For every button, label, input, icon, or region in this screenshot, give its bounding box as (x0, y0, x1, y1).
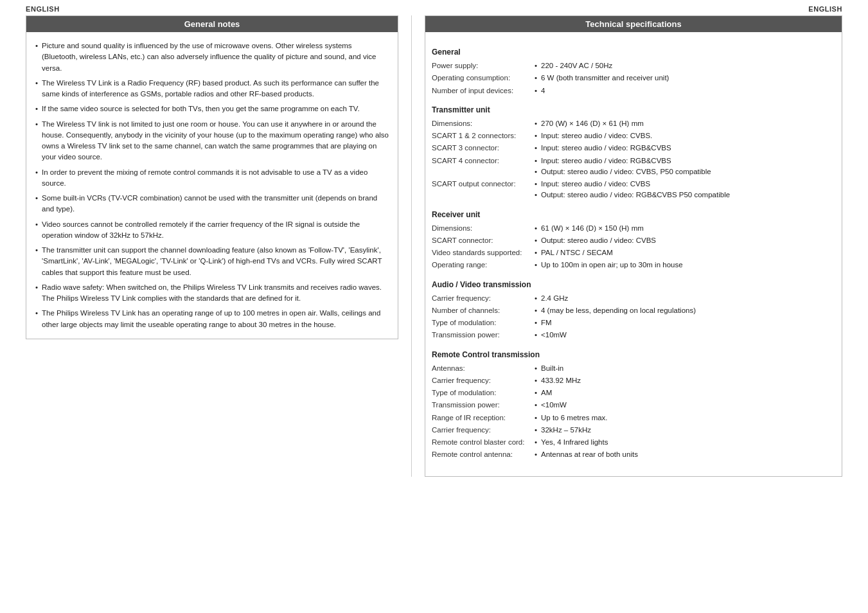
specs-row: Video standards supported:PAL / NTSC / S… (432, 247, 835, 258)
specs-value-item: 32kHz – 57kHz (535, 425, 835, 436)
note-item: Video sources cannot be controlled remot… (35, 217, 389, 244)
specs-row: Number of input devices:4 (432, 85, 835, 96)
specs-row: Operating consumption:6 W (both transmit… (432, 73, 835, 84)
specs-label: Remote control antenna: (432, 449, 535, 460)
specs-value: Up to 100m in open air; up to 30m in hou… (535, 260, 835, 271)
left-column: General notes Picture and sound quality … (13, 15, 411, 477)
specs-row: Transmission power:<10mW (432, 330, 835, 341)
specs-value-item: 6 W (both transmitter and receiver unit) (535, 73, 835, 84)
specs-label: SCART 4 connector: (432, 155, 535, 178)
specs-value: Input: stereo audio / video: RGB&CVBS (535, 143, 835, 154)
specs-row: SCART 3 connector:Input: stereo audio / … (432, 143, 835, 154)
note-item: The Wireless TV Link is a Radio Frequenc… (35, 76, 389, 102)
specs-value-item: AM (535, 387, 835, 398)
specs-label: Dimensions: (432, 118, 535, 129)
specs-row: Remote control antenna:Antennas at rear … (432, 449, 835, 460)
specs-label: Carrier frequency: (432, 375, 535, 386)
specs-value-item: Input: stereo audio / video: RGB&CVBS (535, 155, 835, 166)
specs-label: Type of modulation: (432, 317, 535, 328)
specs-value: 61 (W) × 146 (D) × 150 (H) mm (535, 223, 835, 234)
right-column: Technical specifications GeneralPower su… (411, 15, 855, 477)
specs-value: 2.4 GHz (535, 293, 835, 304)
specs-label: Video standards supported: (432, 247, 535, 258)
specs-section: Receiver unitDimensions:61 (W) × 146 (D)… (432, 210, 835, 271)
specs-row: Dimensions:61 (W) × 146 (D) × 150 (H) mm (432, 223, 835, 234)
specs-label: Operating range: (432, 260, 535, 271)
specs-label: Range of IR reception: (432, 413, 535, 423)
specs-value-item: 2.4 GHz (535, 293, 835, 304)
general-notes-box: General notes Picture and sound quality … (26, 15, 398, 339)
specs-label: Carrier frequency: (432, 425, 535, 436)
specs-label: Carrier frequency: (432, 293, 535, 304)
specs-label: Number of input devices: (432, 85, 535, 96)
specs-row: Carrier frequency:2.4 GHz (432, 293, 835, 304)
specs-value: 4 (535, 85, 835, 96)
specs-row: Carrier frequency:32kHz – 57kHz (432, 425, 835, 436)
specs-value-item: Input: stereo audio / video: CVBS (535, 179, 835, 190)
specs-value-item: 4 (may be less, depending on local regul… (535, 305, 835, 316)
specs-value-item: Output: stereo audio / video: RGB&CVBS P… (535, 190, 835, 200)
specs-row: SCART 4 connector:Input: stereo audio / … (432, 155, 835, 178)
specs-value: Input: stereo audio / video: RGB&CVBSOut… (535, 155, 835, 178)
specs-value: PAL / NTSC / SECAM (535, 247, 835, 258)
general-notes-content: Picture and sound quality is influenced … (26, 32, 398, 339)
specs-row: Type of modulation:AM (432, 387, 835, 398)
specs-section: GeneralPower supply:220 - 240V AC / 50Hz… (432, 48, 835, 96)
specs-row: Carrier frequency:433.92 MHz (432, 375, 835, 386)
specs-value: 6 W (both transmitter and receiver unit) (535, 73, 835, 84)
header-right: ENGLISH (808, 5, 842, 13)
specs-value: <10mW (535, 400, 835, 411)
specs-label: SCART 3 connector: (432, 143, 535, 154)
specs-label: SCART connector: (432, 235, 535, 246)
specs-value: Input: stereo audio / video: CVBS. (535, 130, 835, 141)
specs-row: SCART connector:Output: stereo audio / v… (432, 235, 835, 246)
specs-category-title: Receiver unit (432, 210, 835, 219)
note-item: The transmitter unit can support the cha… (35, 243, 389, 280)
specs-value: Input: stereo audio / video: CVBSOutput:… (535, 179, 835, 201)
specs-value-item: <10mW (535, 400, 835, 411)
specs-row: SCART output connector:Input: stereo aud… (432, 179, 835, 201)
specs-value-item: Built-in (535, 363, 835, 374)
tech-specs-title: Technical specifications (425, 16, 842, 32)
specs-value-item: Antennas at rear of both units (535, 449, 835, 460)
note-item: Radio wave safety: When switched on, the… (35, 280, 389, 306)
specs-value: Output: stereo audio / video: CVBS (535, 235, 835, 246)
note-item: Picture and sound quality is influenced … (35, 39, 389, 76)
specs-label: Power supply: (432, 60, 535, 71)
note-item: Some built-in VCRs (TV-VCR combination) … (35, 191, 389, 217)
specs-label: Type of modulation: (432, 387, 535, 398)
specs-label: Transmission power: (432, 330, 535, 341)
specs-label: Number of channels: (432, 305, 535, 316)
specs-row: Number of channels:4 (may be less, depen… (432, 305, 835, 316)
specs-value: 220 - 240V AC / 50Hz (535, 60, 835, 71)
specs-value-item: 4 (535, 85, 835, 96)
specs-value-item: <10mW (535, 330, 835, 341)
specs-value: Antennas at rear of both units (535, 449, 835, 460)
specs-value: Yes, 4 Infrared lights (535, 437, 835, 448)
general-notes-list: Picture and sound quality is influenced … (35, 39, 389, 332)
main-content: General notes Picture and sound quality … (0, 15, 868, 490)
specs-value-item: Output: stereo audio / video: CVBS, P50 … (535, 166, 835, 177)
specs-row: Power supply:220 - 240V AC / 50Hz (432, 60, 835, 71)
specs-value-item: 61 (W) × 146 (D) × 150 (H) mm (535, 223, 835, 234)
specs-value: <10mW (535, 330, 835, 341)
specs-row: Type of modulation:FM (432, 317, 835, 328)
specs-value-item: Yes, 4 Infrared lights (535, 437, 835, 448)
specs-category-title: Transmitter unit (432, 105, 835, 114)
specs-value-item: Input: stereo audio / video: CVBS. (535, 130, 835, 141)
specs-value-item: 270 (W) × 146 (D) × 61 (H) mm (535, 118, 835, 129)
specs-row: Remote control blaster cord:Yes, 4 Infra… (432, 437, 835, 448)
specs-value: FM (535, 317, 835, 328)
specs-row: Antennas:Built-in (432, 363, 835, 374)
specs-value: 433.92 MHz (535, 375, 835, 386)
specs-row: Operating range:Up to 100m in open air; … (432, 260, 835, 271)
note-item: The Philips Wireless TV Link has an oper… (35, 306, 389, 332)
note-item: In order to prevent the mixing of remote… (35, 165, 389, 191)
note-item: If the same video source is selected for… (35, 102, 389, 116)
specs-value-item: PAL / NTSC / SECAM (535, 247, 835, 258)
specs-value: 270 (W) × 146 (D) × 61 (H) mm (535, 118, 835, 129)
specs-value: AM (535, 387, 835, 398)
specs-category-title: Audio / Video transmission (432, 280, 835, 289)
specs-section: Transmitter unitDimensions:270 (W) × 146… (432, 105, 835, 201)
specs-value-item: Up to 100m in open air; up to 30m in hou… (535, 260, 835, 271)
